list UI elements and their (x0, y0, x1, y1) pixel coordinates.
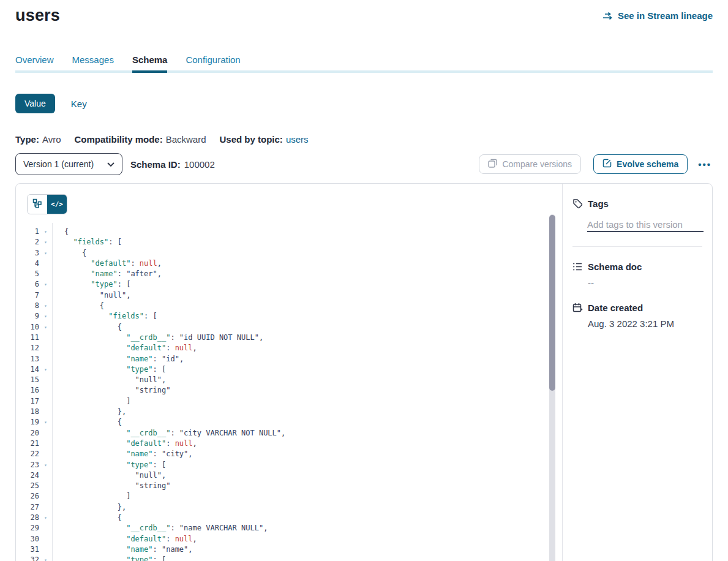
fold-spacer (39, 428, 52, 439)
line-number: 12 (16, 343, 39, 353)
line-number: 26 (16, 491, 39, 502)
code-line: 9▾ "fields": [ (16, 311, 562, 322)
code-content: { (52, 227, 69, 237)
line-number: 32 (16, 555, 39, 561)
fold-toggle-icon[interactable]: ▾ (39, 364, 52, 375)
lineage-link-label: See in Stream lineage (618, 10, 713, 21)
fold-toggle-icon[interactable]: ▾ (39, 311, 52, 322)
code-content: "__crdb__": "city VARCHAR NOT NULL", (52, 428, 285, 439)
tab-schema[interactable]: Schema (132, 55, 168, 70)
code-line: 30 "default": null, (16, 534, 562, 544)
fold-toggle-icon[interactable]: ▾ (39, 460, 52, 470)
type-value: Avro (42, 134, 61, 145)
code-content: "name": "id", (52, 354, 184, 364)
editor-scrollbar[interactable] (549, 214, 555, 561)
fold-toggle-icon[interactable]: ▾ (39, 279, 52, 290)
schema-editor: </> 1▾{2▾ "fields": [3▾ {4 "default": nu… (16, 184, 562, 561)
code-content: "type": [ (52, 364, 166, 375)
fold-spacer (39, 544, 52, 555)
code-content: "name": "city", (52, 449, 193, 459)
line-number: 29 (16, 523, 39, 533)
code-line: 12 "default": null, (16, 343, 562, 353)
code-line: 24 "null", (16, 470, 562, 481)
fold-spacer (39, 449, 52, 459)
fold-spacer (39, 481, 52, 491)
schema-meta-row: Type: Avro Compatibility mode: Backward … (15, 134, 713, 145)
line-number: 16 (16, 385, 39, 396)
fold-toggle-icon[interactable]: ▾ (39, 555, 52, 561)
schema-doc-header: Schema doc (572, 262, 702, 272)
code-line: 31 "name": "name", (16, 544, 562, 555)
evolve-schema-button[interactable]: Evolve schema (593, 154, 688, 174)
fold-spacer (39, 385, 52, 396)
line-number: 24 (16, 470, 39, 481)
code-view-button[interactable]: </> (47, 195, 67, 214)
fold-spacer (39, 439, 52, 449)
fold-toggle-icon[interactable]: ▾ (39, 322, 52, 333)
tab-configuration[interactable]: Configuration (186, 55, 240, 70)
schema-id-value: 100002 (184, 159, 215, 170)
line-number: 13 (16, 354, 39, 364)
code-line: 29 "__crdb__": "name VARCHAR NULL", (16, 523, 562, 533)
code-content: "string" (52, 481, 170, 491)
gutter-divider (52, 223, 53, 561)
fold-spacer (39, 290, 52, 301)
fold-spacer (39, 470, 52, 481)
value-key-toggle: Value Key (15, 94, 713, 113)
see-in-stream-lineage-link[interactable]: See in Stream lineage (602, 10, 713, 21)
code-content: "default": null, (52, 534, 197, 544)
code-content: { (52, 322, 122, 333)
fold-toggle-icon[interactable]: ▾ (39, 248, 52, 258)
code-content: "__crdb__": "id UUID NOT NULL", (52, 333, 263, 343)
fold-toggle-icon[interactable]: ▾ (39, 513, 52, 523)
line-number: 25 (16, 481, 39, 491)
code-line: 7 "null", (16, 290, 562, 301)
line-number: 27 (16, 502, 39, 513)
code-line: 22 "name": "city", (16, 449, 562, 459)
line-number: 19 (16, 417, 39, 427)
line-number: 21 (16, 439, 39, 449)
code-line: 13 "name": "id", (16, 354, 562, 364)
line-number: 14 (16, 364, 39, 375)
schema-type: Type: Avro (15, 134, 61, 145)
date-created-label: Date created (588, 303, 643, 313)
add-tags-input[interactable] (587, 217, 704, 232)
line-number: 23 (16, 460, 39, 470)
tab-messages[interactable]: Messages (72, 55, 114, 70)
fold-toggle-icon[interactable]: ▾ (39, 237, 52, 247)
editor-scrollbar-thumb[interactable] (549, 215, 555, 391)
fold-toggle-icon[interactable]: ▾ (39, 227, 52, 237)
code-content: "fields": [ (52, 311, 157, 322)
topic-link[interactable]: users (286, 134, 309, 145)
value-toggle-button[interactable]: Value (15, 94, 55, 113)
code-content: ] (52, 491, 130, 502)
code-content: "type": [ (52, 460, 166, 470)
version-select[interactable]: Version 1 (current) (15, 153, 122, 175)
chevron-down-icon (107, 159, 114, 169)
fold-spacer (39, 354, 52, 364)
more-actions-button[interactable]: ••• (697, 157, 713, 172)
evolve-schema-label: Evolve schema (617, 159, 678, 169)
line-number: 31 (16, 544, 39, 555)
tree-view-button[interactable] (28, 195, 47, 214)
line-number: 18 (16, 407, 39, 417)
code-content: "default": null, (52, 343, 197, 353)
schema-doc-label: Schema doc (588, 262, 642, 272)
compatibility-value: Backward (166, 134, 206, 145)
tab-overview[interactable]: Overview (15, 55, 54, 70)
compare-versions-button[interactable]: Compare versions (479, 154, 581, 174)
line-number: 11 (16, 333, 39, 343)
code-line: 8▾ { (16, 301, 562, 311)
compare-versions-label: Compare versions (502, 159, 572, 169)
code-content: { (52, 248, 86, 258)
fold-toggle-icon[interactable]: ▾ (39, 417, 52, 427)
code-line: 23▾ "type": [ (16, 460, 562, 470)
line-number: 3 (16, 248, 39, 258)
version-bar: Version 1 (current) Schema ID: 100002 Co… (15, 153, 713, 175)
fold-toggle-icon[interactable]: ▾ (39, 301, 52, 311)
code-content: "type": [ (52, 279, 130, 290)
calendar-plus-icon (572, 303, 583, 313)
code-line: 17 ] (16, 396, 562, 407)
line-number: 20 (16, 428, 39, 439)
key-toggle-button[interactable]: Key (71, 99, 87, 109)
